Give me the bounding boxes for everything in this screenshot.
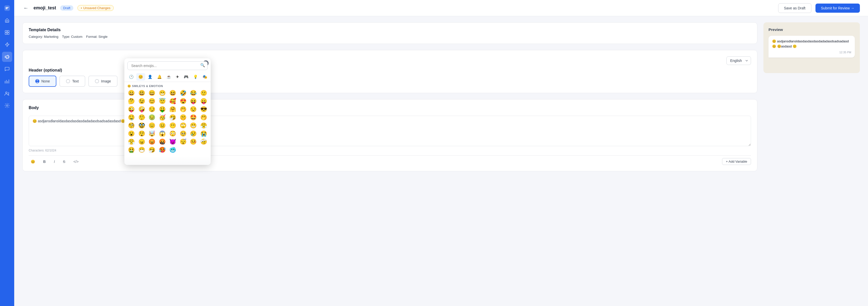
emoji-tab-smileys[interactable]: 😊 bbox=[136, 73, 145, 81]
emoji-picker[interactable]: × 🔍 🕐 😊 👤 🔔 ☕ ✈ 🎮 💡 🎭 🚩 😊 SMILEYS & EMOT… bbox=[124, 58, 211, 165]
emoji-button[interactable]: 🙂 bbox=[199, 89, 209, 97]
emoji-button[interactable]: 🤯 bbox=[147, 130, 157, 137]
emoji-button[interactable]: 😠 bbox=[137, 138, 147, 146]
emoji-button[interactable]: 😶 bbox=[168, 122, 178, 129]
emoji-button[interactable]: 😃 bbox=[137, 89, 147, 97]
emoji-button[interactable]: 🥶 bbox=[168, 146, 178, 154]
emoji-button[interactable]: 🥺 bbox=[178, 130, 188, 137]
emoji-button[interactable]: 🤤 bbox=[126, 114, 136, 121]
emoji-tab-people[interactable]: 👤 bbox=[146, 73, 155, 81]
emoji-button[interactable]: 🤕 bbox=[199, 138, 209, 146]
emoji-button[interactable]: 😏 bbox=[147, 105, 157, 113]
emoji-button[interactable]: 🤧 bbox=[147, 146, 157, 154]
logo-icon[interactable] bbox=[2, 3, 12, 13]
back-button[interactable]: ← bbox=[22, 4, 29, 12]
emoji-button[interactable]: 🤑 bbox=[157, 105, 167, 113]
language-select[interactable]: English Spanish French bbox=[726, 56, 751, 65]
emoji-search-input[interactable] bbox=[127, 61, 208, 70]
emoji-button[interactable]: 😑 bbox=[147, 122, 157, 129]
emoji-button[interactable]: 😐 bbox=[157, 122, 167, 129]
emoji-button[interactable]: 🤣 bbox=[178, 89, 188, 97]
emoji-button[interactable]: 😇 bbox=[157, 97, 167, 105]
header-opt-none[interactable]: None bbox=[29, 75, 56, 87]
emoji-button[interactable]: 😉 bbox=[137, 97, 147, 105]
emoji-button[interactable]: 🤩 bbox=[189, 114, 198, 121]
emoji-button[interactable]: 😱 bbox=[157, 130, 167, 137]
emoji-button[interactable]: 😄 bbox=[147, 89, 157, 97]
emoji-tab-objects[interactable]: 💡 bbox=[191, 73, 200, 81]
emoji-button[interactable]: 😍 bbox=[178, 97, 188, 105]
type-value: Custom bbox=[71, 35, 83, 38]
emoji-button[interactable]: 🤪 bbox=[137, 105, 147, 113]
format-value: Single bbox=[98, 35, 107, 38]
emoji-button[interactable]: 🤔 bbox=[126, 97, 136, 105]
emoji-button[interactable]: 😈 bbox=[168, 138, 178, 146]
emoji-button[interactable]: 😁 bbox=[157, 89, 167, 97]
emoji-button[interactable]: 😤 bbox=[199, 122, 209, 129]
emoji-button[interactable]: 😀 bbox=[126, 89, 136, 97]
emoji-button[interactable]: 😆 bbox=[168, 89, 178, 97]
emoji-tab-travel[interactable]: ✈ bbox=[174, 73, 181, 81]
emoji-button[interactable]: 😢 bbox=[189, 130, 198, 137]
bold-button[interactable]: B bbox=[41, 159, 48, 165]
emoji-button[interactable]: 🥰 bbox=[168, 97, 178, 105]
emoji-button[interactable]: 🤒 bbox=[189, 138, 198, 146]
emoji-tab-symbols[interactable]: 🎭 bbox=[200, 73, 209, 81]
emoji-button[interactable]: 😂 bbox=[189, 89, 198, 97]
home-icon[interactable] bbox=[2, 15, 12, 25]
emoji-button[interactable]: 😭 bbox=[199, 130, 209, 137]
flash-icon[interactable] bbox=[2, 39, 12, 50]
emoji-button[interactable]: 🥳 bbox=[157, 114, 167, 121]
format-label: Format: bbox=[86, 35, 97, 38]
emoji-tab-food[interactable]: ☕ bbox=[164, 73, 173, 81]
emoji-tab-nature[interactable]: 🔔 bbox=[155, 73, 164, 81]
emoji-button[interactable]: 😝 bbox=[189, 97, 198, 105]
emoji-button[interactable]: 🥵 bbox=[157, 146, 167, 154]
sidebar bbox=[0, 0, 14, 306]
emoji-button[interactable]: 😒 bbox=[189, 105, 198, 113]
emoji-button[interactable]: 🤫 bbox=[178, 114, 188, 121]
emoji-button[interactable]: 🤮 bbox=[126, 146, 136, 154]
emoji-button[interactable]: 🥸 bbox=[137, 122, 147, 129]
emoji-button[interactable]: 🙄 bbox=[178, 122, 188, 129]
emoji-button[interactable]: 😮 bbox=[126, 130, 136, 137]
emoji-button[interactable]: 🤭 bbox=[199, 114, 209, 121]
emoji-button[interactable]: 🤢 bbox=[147, 114, 157, 121]
radio-text bbox=[66, 79, 70, 83]
italic-button[interactable]: I bbox=[52, 159, 57, 165]
header-opt-text[interactable]: Text bbox=[59, 75, 85, 87]
submit-review-button[interactable]: Submit for Review → bbox=[815, 4, 860, 13]
users-icon[interactable] bbox=[2, 88, 12, 98]
emoji-button[interactable]: 🤥 bbox=[137, 114, 147, 121]
emoji-button[interactable]: 😬 bbox=[189, 122, 198, 129]
save-draft-button[interactable]: Save as Draft bbox=[778, 3, 811, 13]
emoji-button[interactable]: 😷 bbox=[137, 146, 147, 154]
settings-icon[interactable] bbox=[2, 100, 12, 111]
emoji-button[interactable]: 😤 bbox=[126, 138, 136, 146]
emoji-button[interactable]: 🤬 bbox=[157, 138, 167, 146]
emoji-button[interactable]: 🤭 bbox=[178, 105, 188, 113]
chart-icon[interactable] bbox=[2, 76, 12, 86]
emoji-button[interactable]: 😎 bbox=[199, 105, 209, 113]
emoji-toolbar-button[interactable]: 😊 bbox=[29, 159, 37, 165]
emoji-button[interactable]: 😛 bbox=[199, 97, 209, 105]
dashboard-icon[interactable] bbox=[2, 27, 12, 37]
emoji-button[interactable]: 🤗 bbox=[168, 105, 178, 113]
code-button[interactable]: </> bbox=[71, 159, 81, 165]
emoji-tab-flags[interactable]: 🚩 bbox=[210, 73, 211, 81]
strike-button[interactable]: S bbox=[61, 159, 67, 165]
emoji-button[interactable]: 🤧 bbox=[168, 114, 178, 121]
emoji-button[interactable]: 😡 bbox=[147, 138, 157, 146]
emoji-button[interactable]: 😳 bbox=[168, 130, 178, 137]
megaphone-icon[interactable] bbox=[2, 52, 12, 62]
add-variable-button[interactable]: + Add Variable bbox=[722, 158, 751, 165]
emoji-button[interactable]: 🧐 bbox=[126, 122, 136, 129]
chat-icon[interactable] bbox=[2, 64, 12, 74]
emoji-button[interactable]: 😴 bbox=[178, 138, 188, 146]
emoji-button[interactable]: 😊 bbox=[147, 97, 157, 105]
emoji-tab-activity[interactable]: 🎮 bbox=[182, 73, 191, 81]
header-opt-image[interactable]: Image bbox=[88, 75, 118, 87]
emoji-tab-recent[interactable]: 🕐 bbox=[127, 73, 136, 81]
emoji-button[interactable]: 😜 bbox=[126, 105, 136, 113]
emoji-button[interactable]: 😲 bbox=[137, 130, 147, 137]
